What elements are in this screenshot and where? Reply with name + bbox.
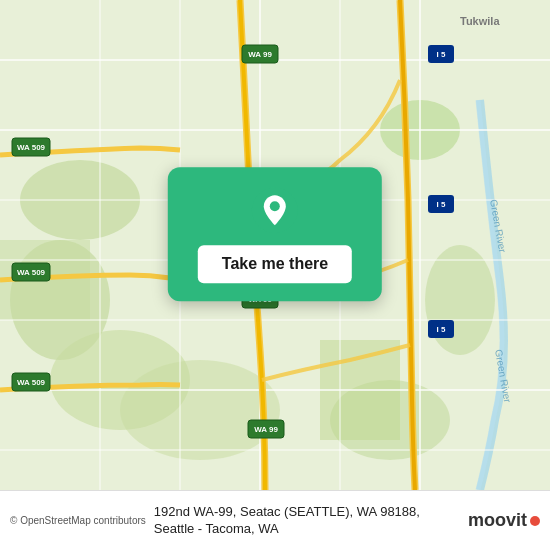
- location-pin-icon: [252, 187, 298, 233]
- address-text: 192nd WA-99, Seatac (SEATTLE), WA 98188,…: [154, 504, 460, 538]
- location-card: Take me there: [168, 167, 382, 301]
- moovit-logo-text: moovit: [468, 510, 527, 531]
- take-me-there-button[interactable]: Take me there: [198, 245, 352, 283]
- map-area: WA 509 WA 509 WA 509 WA 99 WA 99 WA 99 I…: [0, 0, 550, 490]
- moovit-dot-icon: [530, 516, 540, 526]
- svg-text:WA 509: WA 509: [17, 143, 46, 152]
- svg-text:Tukwila: Tukwila: [460, 15, 500, 27]
- info-bar: © OpenStreetMap contributors 192nd WA-99…: [0, 490, 550, 550]
- svg-text:WA 99: WA 99: [254, 425, 278, 434]
- svg-point-6: [425, 245, 495, 355]
- osm-credit: © OpenStreetMap contributors: [10, 515, 146, 526]
- svg-point-8: [120, 360, 280, 460]
- svg-text:I 5: I 5: [437, 50, 446, 59]
- svg-text:WA 509: WA 509: [17, 268, 46, 277]
- moovit-logo: moovit: [468, 510, 540, 531]
- svg-text:I 5: I 5: [437, 325, 446, 334]
- svg-text:WA 509: WA 509: [17, 378, 46, 387]
- svg-point-44: [270, 201, 280, 211]
- svg-text:WA 99: WA 99: [248, 50, 272, 59]
- svg-text:I 5: I 5: [437, 200, 446, 209]
